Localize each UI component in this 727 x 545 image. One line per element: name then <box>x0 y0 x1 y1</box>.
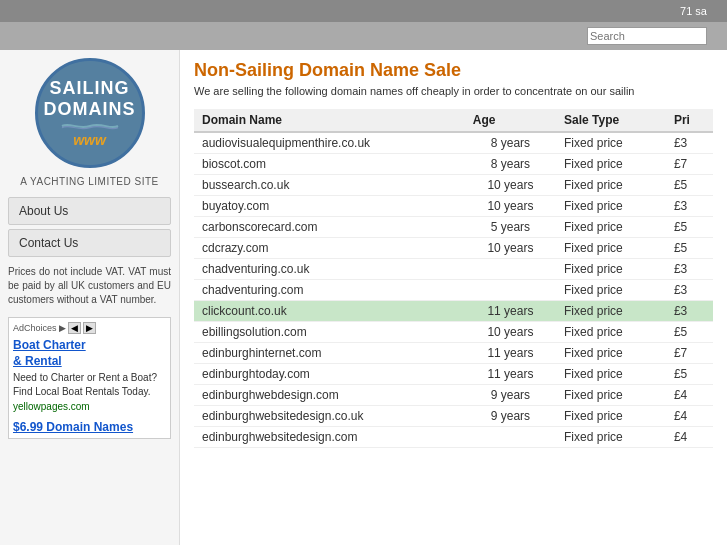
cell-age: 10 years <box>465 196 556 217</box>
cell-domain: edinburghinternet.com <box>194 343 465 364</box>
table-header-row: Domain Name Age Sale Type Pri <box>194 109 713 132</box>
cell-price: £4 <box>666 385 713 406</box>
cell-age <box>465 427 556 448</box>
cell-sale-type: Fixed price <box>556 217 666 238</box>
cell-age: 8 years <box>465 154 556 175</box>
cell-sale-type: Fixed price <box>556 385 666 406</box>
contact-us-button[interactable]: Contact Us <box>8 229 171 257</box>
cell-domain: ebillingsolution.com <box>194 322 465 343</box>
cell-domain: bussearch.co.uk <box>194 175 465 196</box>
cell-domain: carbonscorecard.com <box>194 217 465 238</box>
cell-domain: edinburghwebsitedesign.co.uk <box>194 406 465 427</box>
cell-age: 10 years <box>465 238 556 259</box>
search-bar-area <box>0 22 727 50</box>
cell-age <box>465 280 556 301</box>
table-row: audiovisualequipmenthire.co.uk8 yearsFix… <box>194 132 713 154</box>
cell-price: £3 <box>666 132 713 154</box>
about-us-button[interactable]: About Us <box>8 197 171 225</box>
ad-title-1[interactable]: Boat Charter & Rental <box>13 338 166 369</box>
table-row: edinburghwebdesign.com9 yearsFixed price… <box>194 385 713 406</box>
vat-notice: Prices do not include VAT. VAT must be p… <box>8 265 171 307</box>
table-row: edinburghtoday.com11 yearsFixed price£5 <box>194 364 713 385</box>
content-area: Non-Sailing Domain Name Sale We are sell… <box>180 50 727 545</box>
site-tagline: A YACHTING LIMITED SITE <box>8 176 171 187</box>
cell-price: £3 <box>666 280 713 301</box>
domain-table: Domain Name Age Sale Type Pri audiovisua… <box>194 109 713 448</box>
cell-price: £5 <box>666 217 713 238</box>
table-row: cdcrazy.com10 yearsFixed price£5 <box>194 238 713 259</box>
ad-next-button[interactable]: ▶ <box>83 322 96 334</box>
cell-domain: bioscot.com <box>194 154 465 175</box>
logo-www-text: www <box>73 132 106 148</box>
cell-price: £7 <box>666 343 713 364</box>
ad-body-1: Need to Charter or Rent a Boat? Find Loc… <box>13 371 166 399</box>
cell-sale-type: Fixed price <box>556 280 666 301</box>
cell-price: £3 <box>666 196 713 217</box>
table-row: chadventuring.co.ukFixed price£3 <box>194 259 713 280</box>
cell-price: £5 <box>666 322 713 343</box>
cell-age: 11 years <box>465 301 556 322</box>
table-header: Domain Name Age Sale Type Pri <box>194 109 713 132</box>
cell-price: £4 <box>666 427 713 448</box>
table-row: buyatoy.com10 yearsFixed price£3 <box>194 196 713 217</box>
page-subtitle: We are selling the following domain name… <box>194 85 713 97</box>
logo-circle: SAILING DOMAINS www <box>35 58 145 168</box>
cell-price: £5 <box>666 175 713 196</box>
cell-sale-type: Fixed price <box>556 343 666 364</box>
cell-domain: buyatoy.com <box>194 196 465 217</box>
cell-sale-type: Fixed price <box>556 301 666 322</box>
cell-price: £7 <box>666 154 713 175</box>
search-input[interactable] <box>587 27 707 45</box>
cell-age: 10 years <box>465 175 556 196</box>
cell-domain: edinburghtoday.com <box>194 364 465 385</box>
table-row: carbonscorecard.com5 yearsFixed price£5 <box>194 217 713 238</box>
cell-price: £3 <box>666 259 713 280</box>
table-row: edinburghinternet.com11 yearsFixed price… <box>194 343 713 364</box>
cell-age <box>465 259 556 280</box>
table-row: bussearch.co.uk10 yearsFixed price£5 <box>194 175 713 196</box>
ad-box: AdChoices ▶ ◀ ▶ Boat Charter & Rental Ne… <box>8 317 171 439</box>
page-title: Non-Sailing Domain Name Sale <box>194 60 713 81</box>
ad-choices-label: AdChoices <box>13 323 57 333</box>
cell-price: £5 <box>666 364 713 385</box>
cell-sale-type: Fixed price <box>556 322 666 343</box>
table-row: edinburghwebsitedesign.comFixed price£4 <box>194 427 713 448</box>
sidebar: SAILING DOMAINS www A YACHTING LIMITED S… <box>0 50 180 545</box>
page-count: 71 sa <box>680 5 707 17</box>
cell-sale-type: Fixed price <box>556 259 666 280</box>
cell-sale-type: Fixed price <box>556 154 666 175</box>
table-row: clickcount.co.uk11 yearsFixed price£3 <box>194 301 713 322</box>
cell-sale-type: Fixed price <box>556 406 666 427</box>
logo-container: SAILING DOMAINS www <box>8 58 171 168</box>
cell-domain: clickcount.co.uk <box>194 301 465 322</box>
table-row: bioscot.com8 yearsFixed price£7 <box>194 154 713 175</box>
cell-domain: chadventuring.co.uk <box>194 259 465 280</box>
col-age: Age <box>465 109 556 132</box>
cell-sale-type: Fixed price <box>556 364 666 385</box>
cell-sale-type: Fixed price <box>556 196 666 217</box>
col-sale-type: Sale Type <box>556 109 666 132</box>
table-row: ebillingsolution.com10 yearsFixed price£… <box>194 322 713 343</box>
cell-domain: chadventuring.com <box>194 280 465 301</box>
cell-domain: edinburghwebsitedesign.com <box>194 427 465 448</box>
cell-age: 11 years <box>465 343 556 364</box>
cell-domain: edinburghwebdesign.com <box>194 385 465 406</box>
cell-sale-type: Fixed price <box>556 132 666 154</box>
table-row: edinburghwebsitedesign.co.uk9 yearsFixed… <box>194 406 713 427</box>
logo-sailing-text: SAILING <box>49 78 129 99</box>
table-body: audiovisualequipmenthire.co.uk8 yearsFix… <box>194 132 713 448</box>
ad-prev-button[interactable]: ◀ <box>68 322 81 334</box>
cell-price: £3 <box>666 301 713 322</box>
logo-domains-text: DOMAINS <box>44 99 136 120</box>
top-bar: 71 sa <box>0 0 727 22</box>
cell-age: 9 years <box>465 406 556 427</box>
table-row: chadventuring.comFixed price£3 <box>194 280 713 301</box>
cell-age: 8 years <box>465 132 556 154</box>
ad-title-2[interactable]: $6.99 Domain Names <box>13 420 166 434</box>
cell-age: 9 years <box>465 385 556 406</box>
col-domain: Domain Name <box>194 109 465 132</box>
ad-choices-bar: AdChoices ▶ ◀ ▶ <box>13 322 166 334</box>
cell-age: 11 years <box>465 364 556 385</box>
cell-sale-type: Fixed price <box>556 238 666 259</box>
cell-domain: audiovisualequipmenthire.co.uk <box>194 132 465 154</box>
